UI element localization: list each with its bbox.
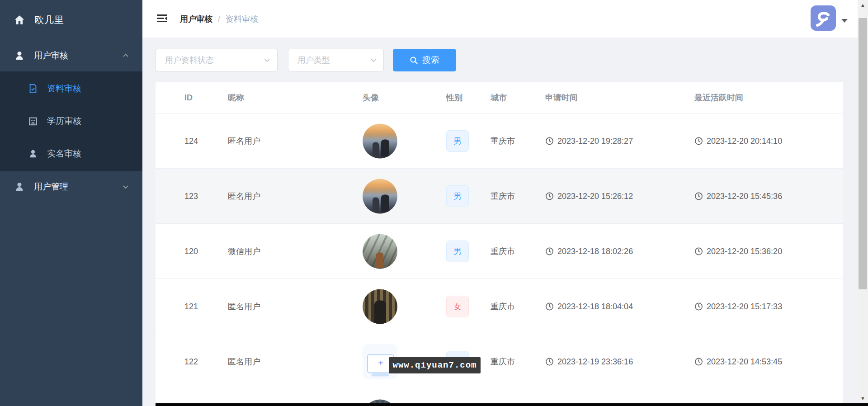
scroll-up-icon[interactable]: ▲ — [858, 0, 868, 10]
cell-nickname: 匿名用户 — [228, 136, 260, 146]
brand-label: 欧几里 — [34, 14, 64, 26]
column-header-active-time: 最近活跃时间 — [694, 92, 743, 103]
cell-id: 123 — [184, 191, 198, 201]
chevron-down-icon — [123, 184, 129, 190]
document-check-icon — [28, 84, 38, 94]
gender-badge: 男 — [446, 185, 469, 207]
timestamp-text: 2023-12-20 19:28:27 — [557, 136, 633, 146]
cell-id: 121 — [184, 302, 198, 311]
breadcrumb-item-user-audit[interactable]: 用户审核 — [180, 14, 212, 24]
user-avatar-image[interactable] — [363, 123, 397, 158]
timestamp-text: 2023-12-20 15:17:33 — [707, 302, 782, 311]
clock-icon — [694, 137, 703, 145]
chevron-down-icon — [370, 57, 377, 64]
cell-active-time: 2023-12-20 15:36:20 — [694, 246, 782, 256]
table-row: 120微信用户男重庆市2023-12-18 18:02:262023-12-20… — [156, 224, 843, 279]
cell-apply-time: 2023-12-18 18:02:26 — [545, 246, 633, 256]
clock-icon — [694, 192, 703, 200]
column-header-avatar: 头像 — [363, 92, 379, 103]
cell-apply-time: 2023-12-20 19:28:27 — [545, 136, 633, 146]
clock-icon — [545, 192, 554, 200]
search-button[interactable]: 搜索 — [393, 49, 456, 71]
clock-icon — [694, 247, 703, 255]
column-header-nickname: 昵称 — [228, 92, 244, 103]
select-placeholder: 用户类型 — [297, 55, 330, 66]
cell-active-time: 2023-12-20 14:53:45 — [694, 357, 782, 366]
user-manage-icon — [14, 181, 25, 192]
cell-city: 重庆市 — [491, 191, 515, 202]
cell-active-time: 2023-12-20 15:45:36 — [694, 191, 782, 201]
profile-status-select[interactable]: 用户资料状态 — [156, 49, 278, 71]
cell-nickname: 微信用户 — [228, 246, 260, 257]
select-placeholder: 用户资料状态 — [165, 55, 214, 66]
avatar-cell — [363, 234, 397, 269]
table-row: 124匿名用户男重庆市2023-12-20 19:28:272023-12-20… — [156, 113, 843, 169]
sidebar-item-education-audit[interactable]: 学历审核 — [0, 105, 142, 137]
sidebar-item-label: 资料审核 — [47, 83, 81, 94]
sidebar: 欧几里 用户审核 资料审核 学历审核 实名审核 — [0, 0, 142, 406]
caret-down-icon[interactable] — [841, 19, 848, 23]
table-header-row: ID 昵称 头像 性别 城市 申请时间 最近活跃时间 — [156, 82, 843, 113]
sidebar-item-realname-audit[interactable]: 实名审核 — [0, 137, 142, 170]
cell-nickname: 匿名用户 — [228, 191, 260, 202]
audit-table: ID 昵称 头像 性别 城市 申请时间 最近活跃时间 124匿名用户男重庆市20… — [156, 82, 843, 406]
cell-apply-time: 2023-12-20 15:26:12 — [545, 191, 633, 201]
cell-city: 重庆市 — [491, 246, 515, 257]
user-menu-avatar[interactable] — [811, 5, 836, 31]
sidebar-item-label: 用户管理 — [34, 181, 68, 193]
user-avatar-image[interactable] — [363, 289, 397, 324]
cell-gender: 男 — [446, 185, 469, 207]
cell-gender: 男 — [446, 130, 469, 152]
avatar-cell — [363, 123, 397, 158]
timestamp-text: 2023-12-20 20:14:10 — [707, 136, 782, 146]
timestamp-text: 2023-12-20 15:45:36 — [707, 191, 782, 201]
timestamp-text: 2023-12-20 15:36:20 — [707, 246, 782, 256]
cell-city: 重庆市 — [491, 136, 515, 146]
submenu-user-audit: 资料审核 学历审核 实名审核 — [0, 71, 142, 171]
timestamp-text: 2023-12-18 18:04:04 — [557, 302, 633, 311]
cell-id: 124 — [184, 136, 198, 146]
brand[interactable]: 欧几里 — [0, 0, 142, 40]
user-badge-icon — [28, 149, 38, 159]
cell-id: 120 — [184, 246, 198, 256]
table-row: 123匿名用户男重庆市2023-12-20 15:26:122023-12-20… — [156, 169, 843, 224]
bottom-black-bar — [156, 403, 868, 406]
user-avatar-image[interactable] — [363, 179, 397, 213]
sidebar-item-user-audit[interactable]: 用户审核 — [0, 40, 142, 71]
vertical-scrollbar[interactable]: ▲ ▼ — [858, 0, 868, 406]
column-header-city: 城市 — [491, 92, 507, 103]
table-row: 121匿名用户女重庆市2023-12-18 18:04:042023-12-20… — [156, 279, 843, 334]
cell-city: 重庆市 — [491, 356, 515, 367]
timestamp-text: 2023-12-19 23:36:16 — [557, 357, 633, 366]
sidebar-fold-icon[interactable] — [156, 12, 168, 24]
gender-badge: 女 — [446, 296, 469, 317]
avatar-cell — [363, 179, 397, 213]
clock-icon — [545, 137, 554, 145]
topbar: 用户审核 / 资料审核 — [142, 0, 858, 38]
school-icon — [28, 116, 38, 126]
cell-active-time: 2023-12-20 20:14:10 — [694, 136, 782, 146]
user-avatar-image[interactable] — [363, 234, 397, 269]
cell-active-time: 2023-12-20 15:17:33 — [694, 302, 782, 311]
scroll-down-icon[interactable]: ▼ — [858, 393, 868, 403]
breadcrumb-item-profile-audit: 资料审核 — [226, 14, 258, 24]
cell-nickname: 匿名用户 — [228, 356, 260, 367]
cell-id: 122 — [184, 357, 198, 366]
breadcrumb: 用户审核 / 资料审核 — [180, 0, 258, 38]
sidebar-item-profile-audit[interactable]: 资料审核 — [0, 72, 142, 105]
table-row: 122匿名用户男重庆市2023-12-19 23:36:162023-12-20… — [156, 334, 843, 389]
cell-nickname: 匿名用户 — [228, 301, 260, 312]
timestamp-text: 2023-12-18 18:02:26 — [557, 246, 633, 256]
column-header-gender: 性别 — [446, 92, 462, 103]
gender-badge: 男 — [446, 130, 469, 152]
chevron-down-icon — [264, 57, 271, 64]
timestamp-text: 2023-12-20 15:26:12 — [557, 191, 633, 201]
column-header-apply-time: 申请时间 — [545, 92, 578, 103]
user-audit-icon — [14, 50, 25, 61]
cell-apply-time: 2023-12-19 23:36:16 — [545, 357, 633, 366]
user-type-select[interactable]: 用户类型 — [288, 49, 384, 71]
clock-icon — [694, 357, 703, 366]
chevron-up-icon — [123, 52, 129, 59]
scrollbar-thumb[interactable] — [859, 18, 867, 289]
sidebar-item-user-manage[interactable]: 用户管理 — [0, 171, 142, 203]
